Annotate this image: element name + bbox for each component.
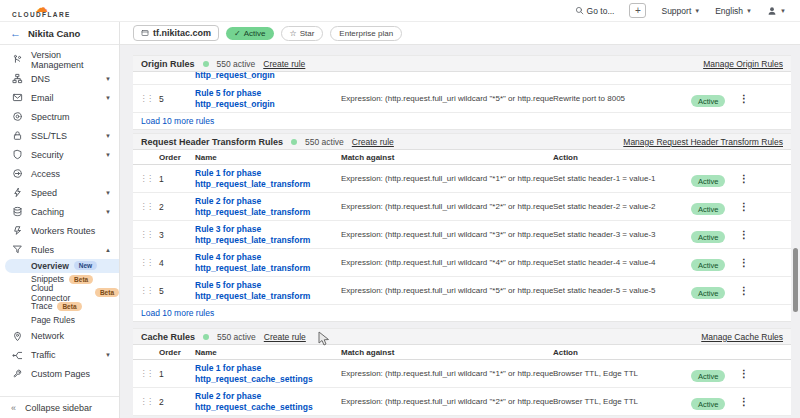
back-arrow-icon[interactable]: ← [10, 27, 21, 39]
chevron-down-icon: ▼ [105, 152, 111, 158]
rule-name-link[interactable]: Rule 3 for phasehttp_request_late_transf… [195, 224, 341, 246]
drag-handle-icon[interactable]: ⋮⋮ [133, 174, 159, 183]
drag-handle-icon[interactable]: ⋮⋮ [133, 230, 159, 239]
drag-handle-icon[interactable]: ⋮⋮ [133, 258, 159, 267]
kebab-menu-icon[interactable]: ⋮ [735, 173, 765, 184]
rule-order: 1 [159, 174, 195, 184]
section-header: Origin Rules 550 active Create rule Mana… [133, 55, 791, 72]
collapse-sidebar-button[interactable]: « Collapse sidebar [0, 396, 119, 418]
kebab-menu-icon[interactable]: ⋮ [735, 368, 765, 379]
sidebar-item-rules[interactable]: Rules▲ [0, 240, 119, 259]
rule-name-link[interactable]: Rule 5 for phasehttp_request_origin [195, 88, 341, 110]
sidebar-item-label: Version Management [31, 50, 111, 70]
rule-order: 5 [159, 94, 195, 104]
status-badge: Active [691, 231, 725, 243]
beta-badge: Beta [95, 288, 119, 297]
origin-rules-section: Origin Rules 550 active Create rule Mana… [133, 55, 791, 130]
sidebar-item-dns[interactable]: DNS▼ [0, 69, 119, 88]
sidebar-item-security[interactable]: Security▼ [0, 145, 119, 164]
rule-action: Set static header-1 = value-1 [553, 174, 691, 183]
load-more-link[interactable]: Load 10 more rules [141, 116, 214, 126]
language-menu[interactable]: English ▼ [715, 6, 752, 16]
sidebar-subitem-overview[interactable]: OverviewNew [5, 259, 119, 273]
shield-icon [11, 149, 23, 160]
column-match: Match against [341, 348, 553, 357]
sidebar-item-email[interactable]: Email▼ [0, 88, 119, 107]
rule-match-expression: Expression: (http.request.full_uri wildc… [341, 258, 553, 267]
domain-header: tf.nikitac.com ✓ Active ☆ Star Enterpris… [120, 22, 800, 45]
manage-rules-link[interactable]: Manage Request Header Transform Rules [623, 137, 783, 147]
rule-name-link[interactable]: Rule 1 for phasehttp_request_late_transf… [195, 168, 341, 190]
rule-name-link[interactable]: Rule 2 for phasehttp_request_cache_setti… [195, 391, 341, 413]
table-body: ⋮⋮ 1 Rule 1 for phasehttp_request_late_t… [133, 165, 791, 305]
sidebar-subitem-cloud-connector[interactable]: Cloud ConnectorBeta [0, 286, 119, 300]
create-rule-link[interactable]: Create rule [352, 137, 394, 147]
sidebar-item-label: Access [31, 169, 60, 179]
drag-handle-icon[interactable]: ⋮⋮ [133, 286, 159, 295]
spectrum-icon [11, 111, 23, 122]
sidebar-subitem-trace[interactable]: TraceBeta [0, 300, 119, 314]
sidebar-item-spectrum[interactable]: Spectrum [0, 107, 119, 126]
drag-handle-icon[interactable]: ⋮⋮ [133, 94, 159, 103]
user-menu[interactable]: ▼ [767, 6, 786, 16]
rule-name-link[interactable]: Rule 2 for phasehttp_request_late_transf… [195, 196, 341, 218]
rule-action: Set static header-2 = value-2 [553, 202, 691, 211]
sidebar-item-caching[interactable]: Caching▼ [0, 202, 119, 221]
sidebar-item-access[interactable]: Access [0, 164, 119, 183]
star-label: Star [300, 29, 315, 38]
sidebar-item-label: Cloud Connector [31, 283, 90, 303]
sidebar-item-traffic[interactable]: Traffic▼ [0, 346, 119, 365]
drag-handle-icon[interactable]: ⋮⋮ [133, 202, 159, 211]
status-badge: Active [691, 95, 725, 107]
table-column-headers: Order Name Match against Action [133, 150, 791, 165]
kebab-menu-icon[interactable]: ⋮ [735, 257, 765, 268]
lock-icon [11, 130, 23, 141]
table-row: ⋮⋮ 2 Rule 2 for phasehttp_request_cache_… [133, 388, 791, 416]
sidebar-item-ssl-tls[interactable]: SSL/TLS▼ [0, 126, 119, 145]
active-count: 550 active [217, 332, 256, 342]
active-dot-icon [291, 139, 297, 145]
kebab-menu-icon[interactable]: ⋮ [735, 93, 765, 104]
chevron-down-icon: ▼ [746, 8, 752, 14]
access-icon [11, 168, 23, 179]
drag-handle-icon[interactable]: ⋮⋮ [133, 397, 159, 406]
column-order: Order [159, 153, 195, 162]
wrench-icon [11, 369, 23, 380]
domain-selector[interactable]: tf.nikitac.com [133, 25, 219, 41]
active-dot-icon [203, 334, 209, 340]
sidebar-item-custom-pages[interactable]: Custom Pages [0, 365, 119, 384]
kebab-menu-icon[interactable]: ⋮ [735, 396, 765, 407]
scrollbar-thumb[interactable] [793, 248, 798, 312]
manage-rules-link[interactable]: Manage Origin Rules [703, 59, 783, 69]
sidebar-item-label: Rules [31, 245, 54, 255]
kebab-menu-icon[interactable]: ⋮ [735, 285, 765, 296]
kebab-menu-icon[interactable]: ⋮ [735, 201, 765, 212]
column-name: Name [195, 348, 341, 357]
rule-name-link[interactable]: Rule 1 for phasehttp_request_cache_setti… [195, 363, 341, 385]
rule-order: 1 [159, 369, 195, 379]
rule-name-link[interactable]: Rule 5 for phasehttp_request_late_transf… [195, 280, 341, 302]
rule-match-expression: Expression: (http.request.full_uri wildc… [341, 230, 553, 239]
rule-name-link[interactable]: Rule 4 for phasehttp_request_late_transf… [195, 252, 341, 274]
add-site-button[interactable]: + [629, 3, 646, 18]
chevron-down-icon: ▼ [694, 8, 700, 14]
support-label: Support [661, 6, 691, 16]
chevron-down-icon: ▼ [780, 8, 786, 14]
create-rule-link[interactable]: Create rule [263, 59, 305, 69]
star-button[interactable]: ☆ Star [281, 26, 324, 41]
load-more-link[interactable]: Load 10 more rules [141, 308, 214, 318]
goto-search[interactable]: Go to... [575, 6, 615, 16]
sidebar-subitem-page-rules[interactable]: Page Rules [0, 313, 119, 327]
collapse-icon: « [11, 403, 16, 413]
active-count: 550 active [305, 137, 344, 147]
sidebar-item-workers-routes[interactable]: Workers Routes [0, 221, 119, 240]
create-rule-link[interactable]: Create rule [264, 332, 306, 342]
drag-handle-icon[interactable]: ⋮⋮ [133, 369, 159, 378]
sidebar-item-version-management[interactable]: Version Management [0, 50, 119, 69]
support-menu[interactable]: Support ▼ [661, 6, 700, 16]
kebab-menu-icon[interactable]: ⋮ [735, 229, 765, 240]
cloudflare-logo[interactable]: ☁ CLOUDFLARE [12, 3, 71, 19]
sidebar-item-network[interactable]: Network [0, 327, 119, 346]
manage-rules-link[interactable]: Manage Cache Rules [701, 332, 783, 342]
sidebar-item-speed[interactable]: Speed▼ [0, 183, 119, 202]
